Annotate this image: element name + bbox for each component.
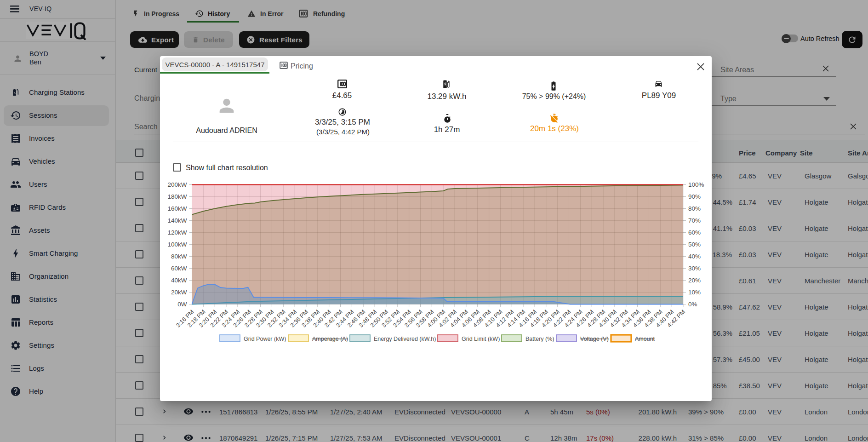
svg-text:Battery (%): Battery (%) bbox=[525, 336, 554, 342]
svg-text:80%: 80% bbox=[688, 205, 701, 212]
svg-text:Energy Delivered (kW.h): Energy Delivered (kW.h) bbox=[374, 336, 436, 342]
svg-text:20%: 20% bbox=[688, 277, 701, 284]
svg-text:0W: 0W bbox=[177, 301, 187, 308]
svg-text:0%: 0% bbox=[688, 301, 697, 308]
svg-text:60kW: 60kW bbox=[171, 265, 187, 272]
svg-text:10%: 10% bbox=[688, 289, 701, 296]
svg-text:Grid Power (kW): Grid Power (kW) bbox=[244, 336, 286, 342]
svg-text:140kW: 140kW bbox=[167, 217, 187, 224]
svg-text:100kW: 100kW bbox=[167, 241, 187, 248]
svg-text:160kW: 160kW bbox=[167, 205, 187, 212]
svg-text:40%: 40% bbox=[688, 253, 701, 260]
svg-text:Amperage (A): Amperage (A) bbox=[312, 336, 348, 342]
svg-text:Grid Limit (kW): Grid Limit (kW) bbox=[462, 336, 500, 342]
svg-text:30%: 30% bbox=[688, 265, 701, 272]
svg-text:70%: 70% bbox=[688, 217, 701, 224]
svg-text:60%: 60% bbox=[688, 229, 701, 236]
svg-text:20kW: 20kW bbox=[171, 289, 187, 296]
svg-text:180kW: 180kW bbox=[167, 193, 187, 200]
svg-text:Voltage (V): Voltage (V) bbox=[580, 336, 609, 342]
svg-text:120kW: 120kW bbox=[167, 229, 187, 236]
svg-text:50%: 50% bbox=[688, 241, 701, 248]
svg-text:Amount: Amount bbox=[635, 336, 655, 342]
svg-text:40kW: 40kW bbox=[171, 277, 187, 284]
svg-text:200kW: 200kW bbox=[167, 181, 187, 188]
svg-text:100%: 100% bbox=[688, 181, 704, 188]
svg-text:80kW: 80kW bbox=[171, 253, 187, 260]
svg-text:90%: 90% bbox=[688, 193, 701, 200]
